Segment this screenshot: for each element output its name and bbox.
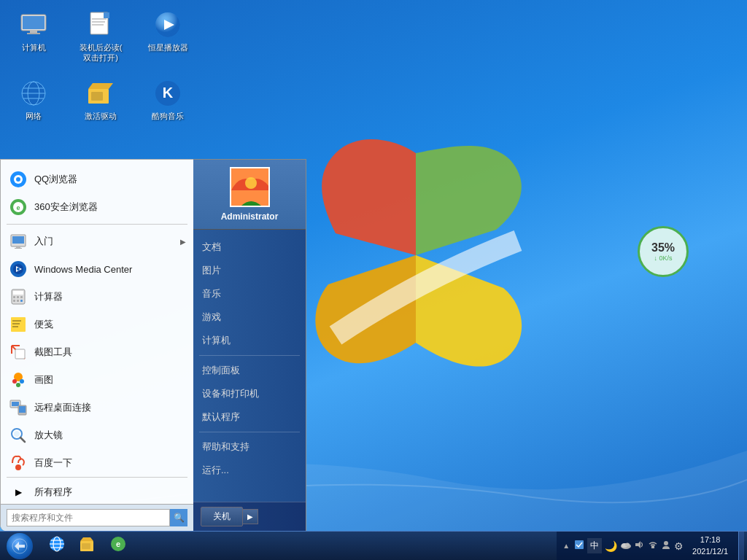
taskbar-ie2-icon: e: [109, 535, 127, 557]
clock-time: 17:18: [700, 534, 721, 545]
right-divider: [199, 355, 300, 356]
taskbar: e ▲ 中 🌙: [0, 531, 747, 560]
desktop-icon-activate-driver[interactable]: 激活驱动: [74, 76, 127, 124]
start-item-sticky-notes[interactable]: 便笺: [1, 311, 193, 338]
right-item-help[interactable]: 帮助和支持: [193, 435, 306, 459]
desktop-icon-computer[interactable]: 计算机: [7, 7, 60, 66]
desktop-icon-qqmusic[interactable]: K 酷狗音乐: [142, 76, 194, 124]
tray-expand-arrow[interactable]: ▲: [561, 540, 571, 551]
svg-rect-30: [16, 246, 20, 248]
360-browser-icon: e: [8, 197, 28, 217]
tray-icon-gear[interactable]: ⚙: [674, 540, 684, 552]
search-input[interactable]: [7, 509, 170, 526]
right-item-computer[interactable]: 计算机: [193, 329, 306, 352]
svg-rect-1: [23, 16, 44, 29]
search-button[interactable]: 🔍: [170, 509, 187, 526]
svg-rect-74: [82, 543, 90, 549]
tray-icon-moon[interactable]: 🌙: [605, 540, 617, 552]
qqmusic-label: 酷狗音乐: [152, 111, 184, 121]
start-item-qq-browser[interactable]: QQ浏览器: [1, 166, 193, 193]
activate-driver-label: 激活驱动: [85, 111, 117, 121]
right-item-control-panel[interactable]: 控制面板: [193, 359, 306, 382]
post-install-label: 装机后必读( 双击打开): [80, 42, 123, 63]
desktop: 计算机 装机后必读( 双击打开): [0, 0, 747, 560]
svg-rect-6: [92, 18, 107, 20]
svg-rect-37: [13, 291, 23, 295]
system-clock[interactable]: 17:18 2021/12/1: [686, 533, 734, 559]
snipping-icon: [8, 342, 28, 362]
desktop-icon-network[interactable]: 网络: [7, 76, 60, 124]
start-item-snipping[interactable]: 截图工具: [1, 338, 193, 366]
desktop-icon-row-1: 计算机 装机后必读( 双击打开): [7, 7, 194, 66]
desktop-icon-media-player[interactable]: 恒星播放器: [142, 7, 194, 66]
taskbar-app-explorer[interactable]: [73, 534, 102, 559]
clock-date: 2021/12/1: [692, 546, 728, 557]
right-menu-items: 文档 图片 音乐 游戏 计算机 控制面板 设备和打印机 默认程序 帮助和支持 运…: [193, 230, 306, 502]
post-install-icon: [86, 10, 115, 39]
svg-point-61: [14, 431, 20, 437]
computer-label: 计算机: [22, 42, 46, 52]
tray-icon-volume[interactable]: [635, 540, 645, 552]
computer-icon: [19, 10, 48, 39]
show-desktop-button[interactable]: [738, 532, 744, 561]
right-item-devices[interactable]: 设备和打印机: [193, 382, 306, 405]
calculator-label: 计算器: [34, 290, 186, 303]
svg-point-80: [625, 542, 630, 546]
svg-rect-29: [12, 236, 24, 244]
svg-rect-82: [651, 545, 654, 548]
taskbar-explorer-icon: [79, 535, 96, 557]
baidu-icon: [8, 453, 28, 473]
snipping-label: 截图工具: [34, 346, 186, 359]
input-method[interactable]: 中: [587, 538, 602, 553]
taskbar-ie-icon: [48, 535, 66, 557]
start-button[interactable]: [0, 532, 39, 561]
start-search-bar: 🔍: [1, 504, 193, 531]
right-item-documents[interactable]: 文档: [193, 236, 306, 259]
start-item-calculator[interactable]: 计算器: [1, 283, 193, 311]
svg-point-53: [12, 379, 17, 384]
paint-icon: [8, 370, 28, 390]
svg-text:e: e: [116, 540, 120, 548]
start-item-360-browser[interactable]: e 360安全浏览器: [1, 193, 193, 221]
network-label: 网络: [26, 111, 42, 121]
tray-icon-cloud[interactable]: [620, 540, 632, 552]
taskbar-app-ie[interactable]: [42, 534, 71, 559]
start-item-remote[interactable]: 远程桌面连接: [1, 394, 193, 421]
start-item-paint[interactable]: 画图: [1, 366, 193, 394]
right-item-run[interactable]: 运行...: [193, 459, 306, 482]
svg-rect-42: [17, 300, 19, 302]
speed-widget: 35% ↓ 0K/s: [638, 226, 689, 277]
start-item-media-center[interactable]: Windows Media Center: [1, 255, 193, 283]
speed-value: ↓ 0K/s: [654, 254, 672, 262]
media-player-label: 恒星播放器: [148, 42, 188, 52]
start-item-baidu[interactable]: 百度一下: [1, 449, 193, 474]
tray-icon-checkbox[interactable]: [574, 540, 584, 552]
all-programs-icon: ▶: [8, 482, 28, 502]
svg-rect-5: [104, 12, 109, 18]
intro-label: 入门: [34, 235, 180, 248]
svg-rect-3: [27, 33, 40, 34]
right-item-games[interactable]: 游戏: [193, 306, 306, 329]
desktop-icon-post-install[interactable]: 装机后必读( 双击打开): [74, 7, 127, 66]
taskbar-app-ie2[interactable]: e: [104, 534, 133, 559]
media-center-icon: [8, 259, 28, 279]
intro-arrow: ▶: [180, 238, 186, 246]
start-orb-icon: [7, 533, 33, 559]
shutdown-button[interactable]: 关机: [201, 507, 243, 526]
desktop-icon-row-2: 网络 激活驱动 K 酷狗: [7, 76, 194, 124]
start-divider-2: [7, 477, 187, 478]
right-item-pictures[interactable]: 图片: [193, 259, 306, 282]
right-item-music[interactable]: 音乐: [193, 282, 306, 306]
tray-icon-network[interactable]: [648, 540, 658, 552]
shutdown-arrow-button[interactable]: ▶: [243, 509, 258, 524]
start-item-magnifier[interactable]: 放大镜: [1, 421, 193, 449]
svg-rect-38: [13, 296, 15, 298]
start-items-list: QQ浏览器 e 360安全浏览器: [1, 160, 193, 474]
start-item-all-programs[interactable]: ▶ 所有程序: [1, 481, 193, 504]
start-item-intro[interactable]: 入门 ▶: [1, 228, 193, 255]
svg-rect-43: [20, 300, 23, 302]
start-divider-1: [7, 224, 187, 225]
right-item-default-programs[interactable]: 默认程序: [193, 405, 306, 429]
shutdown-bar: 关机 ▶: [193, 502, 306, 531]
tray-icon-user[interactable]: [661, 540, 671, 552]
